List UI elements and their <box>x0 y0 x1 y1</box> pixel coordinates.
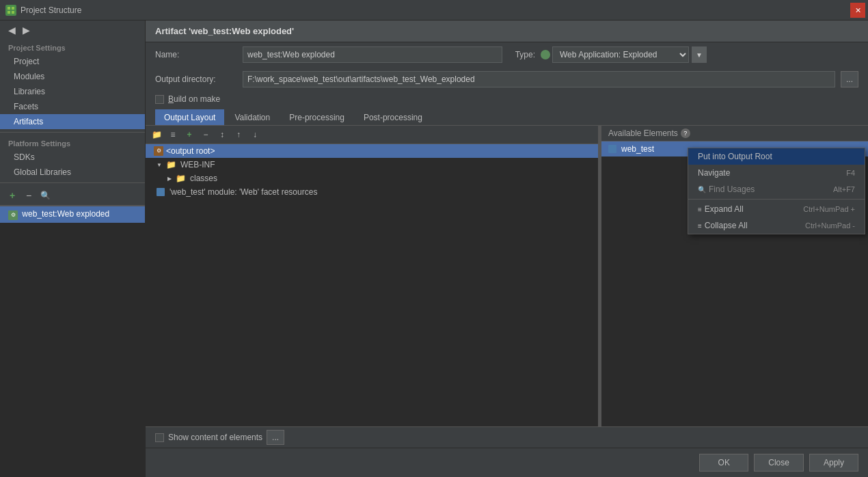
sidebar-item-label: Artifacts <box>14 117 43 126</box>
sidebar-divider2 <box>0 182 145 183</box>
sort-icon: ↕ <box>220 130 224 139</box>
tree-toolbar: 📁 ≡ + − ↕ ↑ <box>146 126 598 144</box>
show-content-label: Show content of elements <box>168 433 262 442</box>
window-title: Project Structure <box>21 5 81 15</box>
app-icon <box>5 5 16 16</box>
show-content-options-button[interactable]: ... <box>267 430 284 445</box>
sidebar-item-artifacts[interactable]: Artifacts <box>0 114 145 129</box>
shortcut-expand-all: Ctrl+NumPad + <box>803 205 855 213</box>
context-menu-item-expand-all[interactable]: ≡ Expand All Ctrl+NumPad + <box>688 201 865 217</box>
artifact-toolbar: + − 🔍 <box>0 186 145 206</box>
nav-buttons: ◀ ▶ <box>0 21 145 40</box>
help-icon[interactable]: ? <box>681 128 690 138</box>
tab-post-processing[interactable]: Post-processing <box>355 109 431 125</box>
tree-item-classes[interactable]: ▶ 📁 classes <box>146 172 598 185</box>
project-settings-label: Project Settings <box>0 40 145 54</box>
artifact-item-label: web_test:Web exploded <box>22 209 109 219</box>
sidebar-item-facets[interactable]: Facets <box>0 99 145 114</box>
remove-icon: − <box>203 130 208 139</box>
tabs-bar: Output Layout Validation Pre-processing … <box>146 107 868 126</box>
available-elements-header: Available Elements ? <box>601 126 868 141</box>
sidebar-item-label: SDKs <box>14 152 35 162</box>
expand-all-icon: ≡ <box>698 206 702 213</box>
apply-button[interactable]: Apply <box>809 454 858 472</box>
artifact-item-web-exploded[interactable]: ⚙ web_test:Web exploded <box>0 206 145 223</box>
tab-pre-processing[interactable]: Pre-processing <box>280 109 353 125</box>
add-icon: + <box>10 190 15 201</box>
forward-button[interactable]: ▶ <box>20 23 33 37</box>
folder-icon-button[interactable]: 📁 <box>150 128 163 141</box>
remove-artifact-button[interactable]: − <box>22 189 36 202</box>
down-icon: ↓ <box>253 130 257 139</box>
ok-button[interactable]: OK <box>699 454 748 472</box>
sidebar-item-libraries[interactable]: Libraries <box>0 84 145 99</box>
shortcut-find-usages: Alt+F7 <box>833 185 855 193</box>
up-button[interactable]: ↑ <box>232 128 245 141</box>
web-app-icon <box>541 50 550 59</box>
context-menu-item-find-usages[interactable]: 🔍 Find Usages Alt+F7 <box>688 181 865 197</box>
sidebar-item-global-libraries[interactable]: Global Libraries <box>0 165 145 180</box>
close-button[interactable]: Close <box>754 454 804 472</box>
show-content-checkbox[interactable] <box>155 433 164 442</box>
add-element-button[interactable]: + <box>182 128 196 141</box>
tree-item-output-root[interactable]: ⚙ <output root> <box>146 144 598 158</box>
back-button[interactable]: ◀ <box>5 23 18 37</box>
name-row: Name: Type: Web Application: Exploded ▼ <box>146 42 868 67</box>
type-select[interactable]: Web Application: Exploded <box>552 46 689 63</box>
context-menu-item-put-into-output-root[interactable]: Put into Output Root <box>688 148 865 165</box>
context-menu-item-collapse-all[interactable]: ≡ Collapse All Ctrl+NumPad - <box>688 217 865 234</box>
module-icon <box>608 145 616 153</box>
window-controls: ✕ <box>850 3 865 18</box>
expand-icon: ▶ <box>167 176 172 182</box>
add-artifact-button[interactable]: + <box>5 189 19 202</box>
main-container: ◀ ▶ Project Settings Project Modules Lib… <box>0 21 868 477</box>
collapse-all-icon: ≡ <box>698 222 702 230</box>
name-label: Name: <box>155 50 237 59</box>
type-label: Type: <box>508 50 535 59</box>
sidebar-divider <box>0 132 145 133</box>
shortcut-collapse-all: Ctrl+NumPad - <box>805 221 855 230</box>
build-on-make-row: Build on make <box>146 92 868 107</box>
expand-icon: ▼ <box>157 162 162 168</box>
browse-output-dir-button[interactable]: ... <box>841 71 858 87</box>
close-window-button[interactable]: ✕ <box>850 3 865 18</box>
sidebar-item-project[interactable]: Project <box>0 54 145 69</box>
sidebar-item-label: Project <box>14 57 39 66</box>
title-bar: Project Structure ✕ <box>0 0 868 21</box>
tab-validation[interactable]: Validation <box>226 109 279 125</box>
search-artifact-button[interactable]: 🔍 <box>38 189 52 202</box>
sidebar-item-sdks[interactable]: SDKs <box>0 150 145 165</box>
folder-icon: 📁 <box>152 130 162 139</box>
svg-rect-0 <box>8 7 10 10</box>
list-icon-button[interactable]: ≡ <box>166 128 180 141</box>
find-icon: 🔍 <box>698 186 706 193</box>
remove-element-button[interactable]: − <box>199 128 213 141</box>
svg-rect-2 <box>8 11 10 14</box>
search-icon: 🔍 <box>40 191 51 200</box>
list-icon: ≡ <box>170 130 175 139</box>
output-dir-label: Output directory: <box>155 74 237 84</box>
tree-item-web-inf[interactable]: ▼ 📁 WEB-INF <box>146 158 598 172</box>
type-select-arrow[interactable]: ▼ <box>692 46 707 63</box>
output-root-icon: ⚙ <box>154 146 163 156</box>
sidebar-item-modules[interactable]: Modules <box>0 69 145 84</box>
name-input[interactable] <box>243 46 502 63</box>
tab-output-layout[interactable]: Output Layout <box>155 109 224 125</box>
svg-rect-1 <box>12 7 14 10</box>
split-pane: 📁 ≡ + − ↕ ↑ <box>146 126 868 426</box>
sort-button[interactable]: ↕ <box>215 128 229 141</box>
svg-rect-3 <box>12 11 14 14</box>
context-menu: Put into Output Root Navigate F4 🔍 Find … <box>688 148 865 234</box>
tree-item-web-facet[interactable]: 'web_test' module: 'Web' facet resources <box>146 185 598 199</box>
left-panel: ◀ ▶ Project Settings Project Modules Lib… <box>0 21 146 477</box>
sidebar-item-label: Facets <box>14 102 38 111</box>
output-dir-input[interactable] <box>243 71 835 87</box>
content-area: Artifact 'web_test:Web exploded' Name: T… <box>146 21 868 477</box>
remove-icon: − <box>26 190 31 201</box>
artifact-icon: ⚙ <box>8 210 18 220</box>
build-on-make-checkbox[interactable] <box>155 95 164 104</box>
context-menu-item-navigate[interactable]: Navigate F4 <box>688 165 865 181</box>
available-pane: Available Elements ? web_test Put into O… <box>601 126 868 426</box>
tree-pane: 📁 ≡ + − ↕ ↑ <box>146 126 599 426</box>
down-button[interactable]: ↓ <box>248 128 262 141</box>
